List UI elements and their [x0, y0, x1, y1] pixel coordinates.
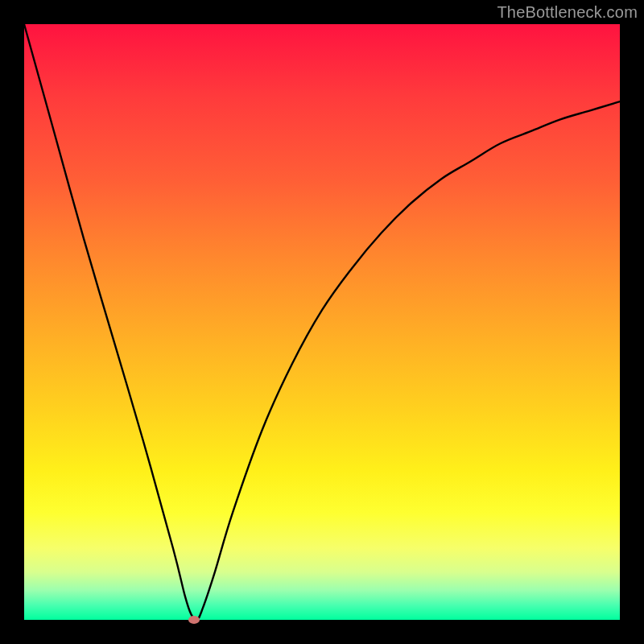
plot-area: [24, 24, 620, 620]
bottleneck-curve: [24, 24, 620, 620]
optimal-marker: [188, 616, 200, 624]
watermark-text: TheBottleneck.com: [497, 3, 638, 22]
curve-svg: [24, 24, 620, 620]
chart-frame: TheBottleneck.com: [0, 0, 644, 644]
